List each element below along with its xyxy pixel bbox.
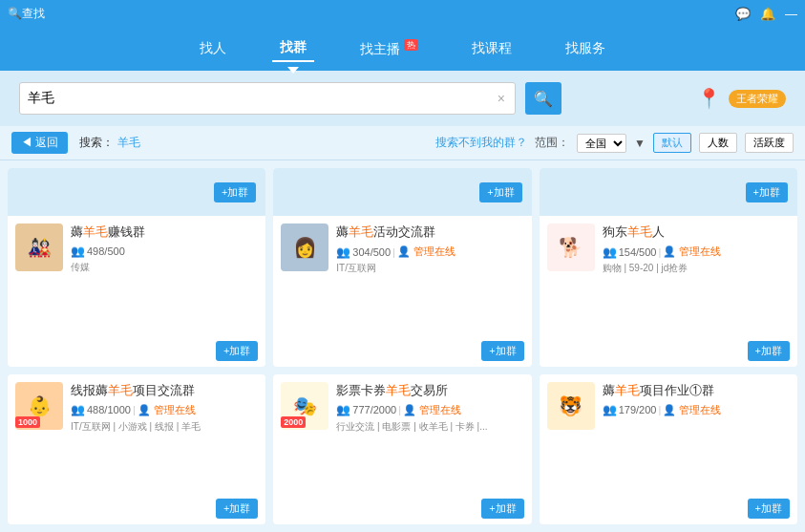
sort-default[interactable]: 默认 — [653, 133, 691, 153]
group-info: 狗东羊毛人👥 154/500 | 👤 管理在线购物 | 59-20 | jd抢券 — [603, 223, 790, 330]
group-name: 线报薅羊毛项目交流群 — [71, 382, 258, 399]
group-tags: 购物 | 59-20 | jd抢券 — [603, 262, 790, 275]
group-stats: 👥 498/500 — [71, 245, 258, 258]
title-bar: 🔍 查找 💬 🔔 — — [0, 0, 805, 27]
group-stats: 👥 488/1000 | 👤 管理在线 — [71, 403, 258, 417]
group-info: 薅羊毛赚钱群👥 498/500传媒 — [71, 223, 258, 330]
minimize-btn[interactable]: — — [785, 7, 797, 21]
add-group-button[interactable]: +加群 — [481, 499, 523, 519]
nav-find-anchor[interactable]: 找主播 热 — [352, 35, 426, 62]
nav-find-group[interactable]: 找群 — [272, 35, 314, 62]
group-card-2: +加群👩薅羊毛活动交流群👥 304/500 | 👤 管理在线IT/互联网+加群 — [273, 168, 531, 367]
add-group-button[interactable]: +加群 — [216, 341, 258, 361]
search-label: 搜索： 羊毛 — [79, 135, 139, 151]
search-input-wrapper: × — [19, 82, 516, 115]
search-button[interactable]: 🔍 — [525, 82, 561, 115]
group-name: 影票卡券羊毛交易所 — [336, 382, 523, 399]
member-count-badge: 1000 — [15, 416, 40, 428]
nav-find-people[interactable]: 找人 — [192, 36, 234, 61]
search-bar: × 🔍 📍 王者荣耀 — [0, 71, 805, 126]
group-tags: IT/互联网 | 小游戏 | 线报 | 羊毛 — [71, 420, 258, 434]
group-card-6: 🐯薅羊毛项目作业①群👥 179/200 | 👤 管理在线+加群 — [540, 374, 797, 525]
group-info: 薅羊毛项目作业①群👥 179/200 | 👤 管理在线 — [603, 382, 790, 488]
group-info: 影票卡券羊毛交易所👥 777/2000 | 👤 管理在线行业交流 | 电影票 |… — [336, 382, 523, 488]
search-term: 羊毛 — [117, 136, 140, 149]
cell-bottom: +加群 — [273, 495, 531, 524]
cell-top-banner: +加群 — [8, 168, 265, 216]
results-grid: +加群🎎薅羊毛赚钱群👥 498/500传媒+加群+加群👩薅羊毛活动交流群👥 30… — [0, 160, 805, 532]
group-stats: 👥 777/2000 | 👤 管理在线 — [336, 403, 523, 417]
user-badge: 王者荣耀 — [729, 90, 786, 108]
group-avatar: 🐯 — [547, 382, 595, 430]
group-card-1: +加群🎎薅羊毛赚钱群👥 498/500传媒+加群 — [8, 168, 265, 367]
cell-content: 👶1000线报薅羊毛项目交流群👥 488/1000 | 👤 管理在线IT/互联网… — [8, 374, 265, 496]
location-icon: 📍 — [697, 87, 721, 110]
group-avatar: 👩 — [281, 223, 328, 271]
window-controls[interactable]: 💬 🔔 — — [735, 7, 797, 21]
group-name: 薅羊毛项目作业①群 — [603, 382, 790, 399]
group-stats: 👥 154/500 | 👤 管理在线 — [603, 245, 790, 259]
cell-content: 🎎薅羊毛赚钱群👥 498/500传媒 — [8, 216, 265, 337]
title-text: 查找 — [22, 6, 45, 22]
sort-count[interactable]: 人数 — [699, 133, 737, 153]
cell-content: 🐯薅羊毛项目作业①群👥 179/200 | 👤 管理在线 — [540, 374, 797, 496]
clear-button[interactable]: × — [496, 89, 507, 108]
group-card-5: 🎭2000影票卡券羊毛交易所👥 777/2000 | 👤 管理在线行业交流 | … — [273, 374, 531, 525]
add-group-button[interactable]: +加群 — [746, 182, 788, 202]
range-select[interactable]: 全国 — [577, 134, 626, 153]
group-name: 薅羊毛赚钱群 — [71, 223, 258, 241]
member-count-badge: 2000 — [281, 416, 306, 428]
range-label: 范围： — [535, 135, 569, 151]
cell-bottom: +加群 — [540, 495, 797, 524]
group-avatar: 🐕 — [547, 223, 595, 271]
cell-bottom: +加群 — [540, 337, 797, 367]
hot-badge: 热 — [404, 39, 418, 51]
back-button[interactable]: ◀ 返回 — [11, 132, 68, 154]
cell-content: 🎭2000影票卡券羊毛交易所👥 777/2000 | 👤 管理在线行业交流 | … — [273, 374, 531, 496]
group-name: 薅羊毛活动交流群 — [336, 223, 523, 241]
group-tags: 传媒 — [71, 261, 258, 274]
group-tags: IT/互联网 — [336, 262, 523, 275]
cell-top-banner: +加群 — [540, 168, 797, 216]
group-avatar: 🎭2000 — [281, 382, 328, 430]
cant-find-link[interactable]: 搜索不到我的群？ — [435, 135, 527, 151]
group-info: 薅羊毛活动交流群👥 304/500 | 👤 管理在线IT/互联网 — [336, 223, 523, 330]
group-card-3: +加群🐕狗东羊毛人👥 154/500 | 👤 管理在线购物 | 59-20 | … — [540, 168, 797, 367]
add-group-button[interactable]: +加群 — [481, 341, 523, 361]
add-group-button[interactable]: +加群 — [748, 499, 790, 519]
cell-content: 👩薅羊毛活动交流群👥 304/500 | 👤 管理在线IT/互联网 — [273, 216, 531, 337]
cell-top-banner: +加群 — [273, 168, 531, 216]
cell-bottom: +加群 — [8, 495, 265, 524]
toolbar: ◀ 返回 搜索： 羊毛 搜索不到我的群？ 范围： 全国 ▼ 默认 人数 活跃度 — [0, 126, 805, 160]
add-group-button[interactable]: +加群 — [748, 341, 790, 361]
group-avatar: 🎎 — [15, 223, 63, 271]
group-tags: 行业交流 | 电影票 | 收羊毛 | 卡券 |... — [336, 420, 523, 434]
group-stats: 👥 179/200 | 👤 管理在线 — [603, 403, 790, 417]
nav-bar: 找人 找群 找主播 热 找课程 找服务 — [0, 27, 805, 71]
group-card-4: 👶1000线报薅羊毛项目交流群👥 488/1000 | 👤 管理在线IT/互联网… — [8, 374, 265, 525]
user-area: 📍 王者荣耀 — [697, 87, 786, 110]
title-icon: 🔍 — [8, 7, 22, 20]
cell-content: 🐕狗东羊毛人👥 154/500 | 👤 管理在线购物 | 59-20 | jd抢… — [540, 216, 797, 337]
bell-icon[interactable]: 🔔 — [760, 7, 775, 21]
group-info: 线报薅羊毛项目交流群👥 488/1000 | 👤 管理在线IT/互联网 | 小游… — [71, 382, 258, 488]
nav-find-course[interactable]: 找课程 — [464, 36, 519, 61]
chat-icon[interactable]: 💬 — [735, 7, 751, 21]
add-group-button[interactable]: +加群 — [214, 182, 256, 202]
search-input[interactable] — [28, 91, 496, 106]
group-name: 狗东羊毛人 — [603, 223, 790, 241]
add-group-button[interactable]: +加群 — [216, 499, 258, 519]
cell-bottom: +加群 — [273, 337, 531, 367]
group-stats: 👥 304/500 | 👤 管理在线 — [336, 245, 523, 259]
sort-active[interactable]: 活跃度 — [745, 133, 794, 153]
right-tools: 搜索不到我的群？ 范围： 全国 ▼ 默认 人数 活跃度 — [435, 133, 794, 153]
group-avatar: 👶1000 — [15, 382, 63, 430]
add-group-button[interactable]: +加群 — [479, 182, 521, 202]
cell-bottom: +加群 — [8, 337, 265, 367]
nav-find-service[interactable]: 找服务 — [558, 36, 613, 61]
